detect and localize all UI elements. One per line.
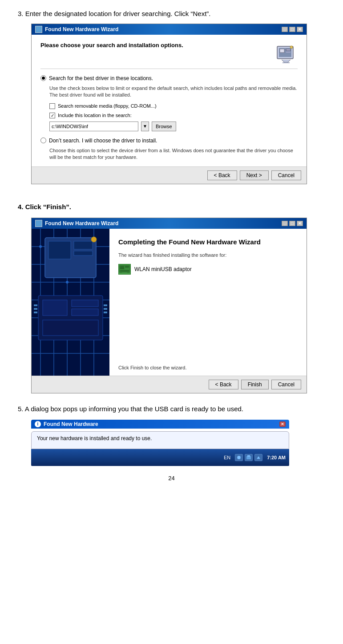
wizard2-titlebar-left: Found New Hardware Wizard: [35, 220, 118, 227]
wizard1-titlebar: Found New Hardware Wizard _ □ ✕: [32, 24, 307, 35]
radio-search-circle[interactable]: [40, 75, 46, 81]
location-dropdown[interactable]: ▼: [141, 122, 149, 131]
svg-point-31: [91, 237, 97, 242]
svg-rect-41: [104, 308, 107, 310]
wizard1-body: Please choose your search and installati…: [32, 35, 307, 166]
location-input[interactable]: [49, 122, 138, 131]
page-number: 24: [18, 475, 325, 482]
cancel-button[interactable]: Cancel: [271, 170, 301, 180]
next-button[interactable]: Next >: [240, 170, 269, 180]
wizard1-screenshot: Found New Hardware Wizard _ □ ✕ Please c…: [31, 24, 307, 184]
wizard1-icon-area: [274, 42, 298, 65]
notification-titlebar: i Found New Hardware ✕: [31, 420, 289, 429]
step4-heading: 4. Click “Finish”.: [18, 202, 325, 211]
wizard2-back-button[interactable]: < Back: [209, 380, 238, 389]
maximize-btn[interactable]: □: [289, 27, 295, 32]
close-btn[interactable]: ✕: [297, 27, 303, 32]
taskbar-time: 7:20 AM: [267, 455, 286, 460]
wizard2-right-panel: Completing the Found New Hardware Wizard…: [109, 229, 307, 376]
taskbar-icon-2[interactable]: [245, 454, 253, 461]
wizard1-titlebar-icon: [35, 26, 42, 33]
svg-rect-28: [48, 241, 71, 259]
checkbox-location-row[interactable]: Include this location in the search:: [49, 112, 298, 119]
wizard2-titlebar: Found New Hardware Wizard _ □ ✕: [32, 218, 307, 229]
radio-dont-search-subtext: Choose this option to select the device …: [49, 147, 298, 161]
radio-dont-search-circle[interactable]: [40, 138, 46, 143]
svg-rect-29: [74, 241, 93, 249]
radio-dont-search-option[interactable]: Don’t search. I will choose the driver t…: [40, 137, 298, 145]
svg-rect-42: [104, 312, 107, 313]
taskbar-icon-1[interactable]: [235, 454, 243, 461]
wizard2-body: Completing the Found New Hardware Wizard…: [32, 229, 307, 376]
device-row: WLAN miniUSB adaptor: [118, 264, 298, 275]
checkbox-location-label: Include this location in the search:: [58, 112, 132, 119]
wizard2-close-btn[interactable]: ✕: [297, 221, 303, 226]
svg-rect-39: [34, 312, 37, 313]
notification-screenshot: i Found New Hardware ✕ Your new hardware…: [31, 420, 289, 466]
back-button[interactable]: < Back: [207, 170, 237, 180]
notification-title: Found New Hardware: [44, 421, 98, 427]
svg-point-48: [237, 456, 241, 459]
radio-search-option[interactable]: Search for the best driver in these loca…: [40, 74, 298, 82]
minimize-btn[interactable]: _: [282, 27, 288, 32]
taskbar-icon-3[interactable]: [254, 454, 262, 461]
radio-search-subtext: Use the check boxes below to limit or ex…: [49, 85, 298, 99]
wizard2-close-text: Click Finish to close the wizard.: [118, 365, 298, 370]
wizard2-right-inner: Completing the Found New Hardware Wizard…: [118, 238, 298, 370]
wizard2-maximize-btn[interactable]: □: [289, 221, 295, 226]
radio-dont-search-label: Don’t search. I will choose the driver t…: [49, 137, 157, 145]
svg-rect-35: [72, 309, 98, 316]
notification-title-left: i Found New Hardware: [35, 421, 98, 427]
wizard2-desc: The wizard has finished installing the s…: [118, 252, 298, 258]
wizard2-left-panel: [32, 229, 109, 376]
svg-rect-45: [125, 266, 129, 268]
checkbox-removable[interactable]: [49, 103, 55, 109]
svg-rect-4: [286, 52, 291, 53]
circuit-background-svg: [32, 229, 109, 376]
info-icon: i: [35, 421, 41, 427]
svg-rect-33: [43, 300, 67, 316]
radio-search-label: Search for the best driver in these loca…: [49, 74, 153, 82]
step5-heading: 5. A dialog box pops up informing you th…: [18, 404, 325, 413]
wizard1-title: Found New Hardware Wizard: [45, 26, 118, 32]
wizard2-screenshot: Found New Hardware Wizard _ □ ✕: [31, 218, 307, 393]
svg-rect-37: [34, 304, 37, 306]
wizard2-finish-title: Completing the Found New Hardware Wizard: [118, 238, 298, 247]
wizard2-cancel-button[interactable]: Cancel: [271, 380, 301, 389]
svg-point-20: [39, 245, 42, 248]
wizard1-content: Search for the best driver in these loca…: [40, 74, 298, 161]
notification-body: Your new hardware is installed and ready…: [31, 431, 289, 449]
wizard1-footer: < Back Next > Cancel: [32, 166, 307, 184]
notification-close-btn[interactable]: ✕: [279, 421, 286, 427]
browse-button[interactable]: Browse: [152, 122, 176, 131]
svg-rect-50: [247, 455, 250, 457]
checkbox-location[interactable]: [49, 113, 55, 118]
step3-heading: 3. Enter the designated location for dri…: [18, 9, 325, 18]
device-icon: [118, 264, 131, 275]
svg-rect-44: [120, 266, 124, 269]
taskbar-lang: EN: [224, 455, 230, 460]
wizard2-minimize-btn[interactable]: _: [282, 221, 288, 226]
svg-point-22: [66, 281, 69, 284]
svg-rect-36: [43, 320, 98, 336]
svg-rect-40: [104, 304, 107, 306]
wizard2-titlebar-controls: _ □ ✕: [282, 221, 303, 226]
notification-message: Your new hardware is installed and ready…: [37, 435, 283, 441]
wizard2-titlebar-icon: [35, 220, 42, 227]
wizard1-header-title: Please choose your search and installati…: [40, 42, 183, 49]
location-row: ▼ Browse: [49, 122, 298, 131]
checkbox-removable-row[interactable]: Search removable media (floppy, CD-ROM..…: [49, 102, 298, 110]
wizard2-title: Found New Hardware Wizard: [45, 220, 118, 227]
wizard1-titlebar-controls: _ □ ✕: [282, 27, 303, 32]
hardware-wizard-icon: [275, 43, 297, 64]
wizard2-finish-button[interactable]: Finish: [241, 380, 269, 389]
svg-rect-47: [122, 272, 127, 273]
svg-rect-38: [34, 308, 37, 310]
taskbar-icons: [235, 454, 262, 461]
device-name: WLAN miniUSB adaptor: [134, 266, 192, 272]
svg-rect-5: [282, 62, 290, 63]
svg-rect-49: [246, 456, 251, 459]
svg-rect-46: [120, 270, 129, 272]
wizard1-header-area: Please choose your search and installati…: [40, 42, 298, 69]
checkbox-removable-label: Search removable media (floppy, CD-ROM..…: [58, 102, 157, 110]
